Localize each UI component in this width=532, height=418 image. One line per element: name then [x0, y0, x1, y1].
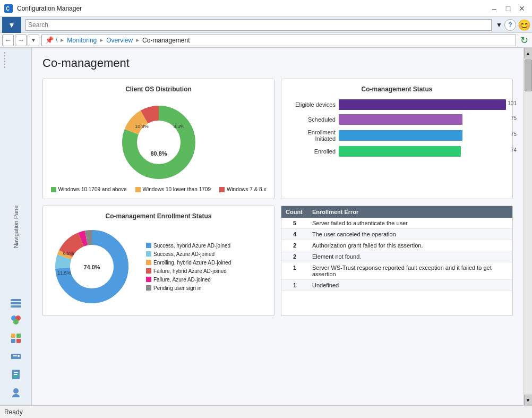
enrollment-status-card: Co-management Enrollment Status — [42, 206, 274, 316]
nav-icon-3[interactable] — [7, 331, 24, 346]
legend-label-failure-azure: Failure, Azure AD-joined — [153, 277, 211, 283]
legend-label-win10-above: Windows 10 1709 and above — [58, 186, 127, 192]
svg-rect-9 — [16, 334, 21, 338]
legend-dot-yellow — [135, 187, 141, 192]
breadcrumb-sep-1: ► — [59, 37, 65, 43]
dropdown-arrow-icon[interactable]: ▼ — [496, 21, 502, 29]
client-os-legend: Windows 10 1709 and above Windows 10 low… — [51, 186, 267, 192]
svg-rect-3 — [11, 302, 21, 304]
legend-pending-signin: Pending user sign in — [146, 285, 231, 291]
nav-icon-6[interactable] — [7, 385, 24, 400]
bar-label-scheduled: Scheduled — [288, 116, 336, 123]
legend-label-pending-signin: Pending user sign in — [153, 285, 202, 291]
nav-dropdown-button[interactable]: ▼ — [28, 35, 39, 46]
client-os-chart-title: Client OS Distribution — [49, 86, 268, 93]
back-button[interactable]: ← — [2, 35, 14, 46]
minimize-button[interactable]: – — [488, 4, 500, 13]
status-bar: Ready — [0, 405, 532, 418]
breadcrumb-monitoring[interactable]: Monitoring — [67, 37, 97, 44]
content-row: Co-management Client OS Distribution — [32, 48, 532, 405]
enrollment-error-table: Count Enrollment Error 5 Server failed t… — [281, 206, 512, 291]
legend-dot-enrolling-hybrid — [146, 260, 151, 265]
svg-rect-13 — [13, 355, 17, 356]
legend-dot-pending-signin — [146, 285, 151, 291]
navigation-pane: Navigation Pane — [0, 48, 32, 405]
breadcrumb-sep-3: ► — [135, 37, 140, 43]
svg-point-7 — [13, 319, 19, 325]
status-text: Ready — [4, 408, 23, 416]
title-bar: C Configuration Manager – □ ✕ — [0, 0, 532, 17]
table-row[interactable]: 2 Authorization grant failed for this as… — [281, 240, 512, 251]
nav-icon-4[interactable] — [7, 349, 24, 364]
bar-label-enrolled: Enrolled — [288, 148, 336, 155]
bar-fill-enrollment-initiated — [339, 130, 462, 141]
table-row[interactable]: 1 Undefined — [281, 280, 512, 291]
table-row[interactable]: 4 The user canceled the operation — [281, 229, 512, 240]
bar-chart-area: Eligible devices 101 Scheduled 75 — [288, 97, 506, 163]
bar-track-enrolled: 74 — [339, 146, 506, 157]
legend-win10-below: Windows 10 lower than 1709 — [135, 186, 211, 192]
svg-rect-4 — [11, 305, 21, 308]
legend-success-azure: Success, Azure AD-joined — [146, 251, 231, 257]
table-row[interactable]: 1 Server WS-Trust response reported faul… — [281, 262, 512, 280]
legend-failure-hybrid: Failure, hybrid Azure AD-joined — [146, 268, 231, 274]
nav-icon-2[interactable] — [7, 313, 24, 328]
maximize-button[interactable]: □ — [502, 4, 514, 13]
content-area: Co-management Client OS Distribution — [32, 48, 524, 405]
legend-dot-success-hybrid — [146, 243, 151, 248]
error-desc-2: The user canceled the operation — [308, 229, 512, 240]
breadcrumb-overview[interactable]: Overview — [106, 37, 133, 44]
enrollment-status-title: Co-management Enrollment Status — [49, 212, 268, 220]
forward-button[interactable]: → — [15, 35, 27, 46]
bar-row-enrolled: Enrolled 74 — [288, 146, 506, 157]
error-count-5: 1 — [281, 262, 308, 280]
comanagement-status-card: Co-management Status Eligible devices 10… — [281, 79, 513, 199]
search-area[interactable] — [25, 19, 492, 31]
bar-track-enrollment-initiated: 75 — [339, 130, 506, 141]
bar-fill-eligible — [339, 99, 506, 110]
table-row[interactable]: 2 Element not found. — [281, 251, 512, 262]
error-count-6: 1 — [281, 280, 308, 291]
scroll-up-button[interactable]: ▲ — [524, 48, 533, 58]
pin-icon: 📌 — [45, 36, 54, 44]
error-desc-1: Server failed to authenticate the user — [308, 218, 512, 229]
scroll-thumb[interactable] — [525, 59, 532, 91]
table-row[interactable]: 5 Server failed to authenticate the user — [281, 218, 512, 229]
breadcrumb-path: 📌 \ ► Monitoring ► Overview ► Co-managem… — [41, 35, 516, 46]
dashboard-grid: Client OS Distribution 80.8% — [42, 79, 513, 316]
legend-dot-failure-hybrid — [146, 268, 151, 274]
svg-text:80.8%: 80.8% — [150, 150, 167, 157]
error-table-body: 5 Server failed to authenticate the user… — [281, 218, 512, 291]
error-desc-3: Authorization grant failed for this asse… — [308, 240, 512, 251]
help-button[interactable]: ? — [504, 19, 516, 31]
svg-point-14 — [18, 355, 20, 357]
bar-row-scheduled: Scheduled 75 — [288, 114, 506, 125]
svg-text:6.2%: 6.2% — [63, 251, 74, 256]
svg-point-18 — [13, 388, 19, 394]
enrollment-chart-container: 74.0% 6.2% 11.5% Success, hybrid Azure A… — [49, 224, 268, 309]
comanagement-status-title: Co-management Status — [288, 86, 506, 93]
legend-label-failure-hybrid: Failure, hybrid Azure AD-joined — [153, 268, 227, 274]
client-os-donut-chart: 80.8% 10.8% 8.3% — [106, 97, 212, 182]
breadcrumb-root[interactable]: \ — [56, 37, 57, 44]
bar-row-eligible: Eligible devices 101 — [288, 99, 506, 110]
error-desc-5: Server WS-Trust response reported fault … — [308, 262, 512, 280]
svg-text:74.0%: 74.0% — [83, 264, 100, 270]
nav-icon-1[interactable] — [7, 295, 24, 310]
legend-label-success-hybrid: Success, hybrid Azure AD-joined — [153, 243, 230, 249]
error-table-header-count: Count — [281, 206, 308, 218]
window-title: Configuration Manager — [17, 5, 484, 12]
user-icon[interactable]: 😊 — [518, 19, 530, 31]
svg-rect-10 — [11, 339, 15, 343]
bar-value-scheduled: 75 — [511, 115, 517, 121]
nav-pane-label: Navigation Pane — [13, 205, 19, 248]
svg-text:C: C — [6, 6, 10, 12]
search-input[interactable] — [28, 21, 489, 29]
nav-icon-5[interactable] — [7, 367, 24, 382]
enrollment-error-card: Count Enrollment Error 5 Server failed t… — [281, 206, 513, 316]
legend-label-win7: Windows 7 & 8.x — [227, 186, 266, 192]
refresh-button[interactable]: ↻ — [518, 35, 530, 46]
close-button[interactable]: ✕ — [516, 4, 528, 13]
svg-rect-11 — [16, 339, 21, 343]
scroll-down-button[interactable]: ▼ — [524, 395, 533, 405]
